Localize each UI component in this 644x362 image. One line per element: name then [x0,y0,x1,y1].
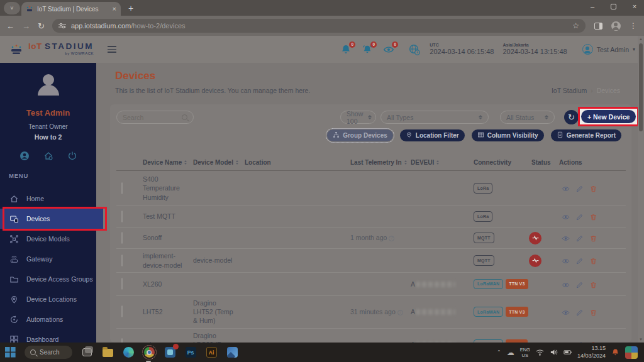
tray-clock[interactable]: 13.15 14/03/2024 [577,345,606,359]
profile-account-icon[interactable] [19,151,30,161]
edit-device-button[interactable] [575,280,584,288]
custom-app-icon[interactable] [625,346,638,359]
spinner-icon [540,115,548,120]
delete-device-button[interactable] [589,212,597,221]
side-panel-icon[interactable] [594,23,602,30]
row-checkbox[interactable] [121,305,123,317]
tray-expand-icon[interactable]: ⌃ [497,349,501,355]
device-name-cell: XL260 [138,277,188,291]
forward-icon[interactable]: → [22,21,30,31]
browser-profile-icon[interactable] [611,21,621,31]
delete-device-button[interactable] [589,280,597,288]
view-device-button[interactable] [562,280,570,288]
reload-icon[interactable]: ↻ [38,21,45,31]
tab-close-icon[interactable]: × [113,5,116,13]
sidebar-item-automations[interactable]: Automations [0,309,96,329]
alarm-bell-notification-icon[interactable]: 0 [362,44,373,55]
tenant-home-icon[interactable] [43,151,53,161]
window-minimize-icon[interactable]: – [588,3,597,10]
view-device-button[interactable] [562,184,570,192]
sidebar-item-devices[interactable]: Devices [0,209,103,229]
view-device-button[interactable] [562,308,570,316]
browser-tab[interactable]: IoT Stadium | Devices × [21,2,121,16]
taskbar-search[interactable]: Search [25,346,72,359]
wifi-icon[interactable] [536,348,544,356]
window-restore-icon[interactable] [611,4,616,9]
status-alert-icon[interactable] [529,255,541,267]
column-visibility-button[interactable]: Column Visibility [472,129,544,141]
delete-device-button[interactable] [589,256,597,265]
sidebar-item-device-access-groups[interactable]: Device Access Groups [0,269,96,289]
view-device-button[interactable] [562,234,570,242]
edge-icon[interactable] [122,346,135,359]
start-button-icon[interactable] [4,346,16,359]
location-filter-button[interactable]: Location Filter [400,129,465,141]
sidebar-toggle-icon[interactable] [108,46,116,53]
status-filter-select[interactable]: All Status [500,111,555,124]
user-menu[interactable]: Test Admin ▾ [582,44,635,55]
edit-device-button[interactable] [575,212,584,221]
delete-device-button[interactable] [589,234,597,242]
bookmark-star-icon[interactable]: ☆ [572,21,579,30]
chrome-icon[interactable] [143,346,155,359]
column-header-last-telemetry-in[interactable]: Last Telemetry In [345,159,406,166]
delete-device-button[interactable] [589,184,597,192]
edit-device-button[interactable] [575,308,584,316]
iot-stadium-logo[interactable]: IoT STADIUM by WOWRACK [9,42,94,57]
logout-power-icon[interactable] [67,151,77,161]
delete-device-button[interactable] [589,308,597,316]
scrollbar-thumb[interactable] [639,43,643,131]
refresh-button[interactable]: ↻ [564,110,579,124]
sidebar-item-home[interactable]: Home [0,189,96,209]
browser-menu-icon[interactable]: ⋮ [630,21,637,30]
view-device-button[interactable] [562,212,570,221]
onedrive-icon[interactable]: ☁ [507,348,514,357]
breadcrumb-root[interactable]: IoT Stadium [552,87,587,94]
edit-device-button[interactable] [575,234,584,242]
task-view-icon[interactable] [80,346,93,359]
address-bar[interactable]: app.iotstadium.com/how-to-2/devices ☆ [52,19,586,33]
status-alert-icon[interactable] [529,232,541,244]
search-input[interactable]: Search [116,111,194,124]
battery-icon[interactable] [564,348,572,356]
eye-notification-icon[interactable]: 0 [383,44,394,55]
scroll-up-icon[interactable]: ▲ [638,37,644,41]
group-devices-button[interactable]: Group Devices [327,129,393,141]
row-checkbox[interactable] [121,278,123,290]
edit-device-button[interactable] [575,184,584,192]
bell-notification-icon[interactable]: 0 [340,44,352,55]
show-count-select[interactable]: Show 100 [340,111,376,124]
row-checkbox[interactable] [121,182,123,194]
type-filter-select[interactable]: All Types [380,111,489,124]
badged-app-icon[interactable] [164,346,176,359]
file-explorer-icon[interactable] [101,346,114,359]
language-indicator[interactable]: ENGUS [520,347,530,358]
view-device-button[interactable] [562,256,570,265]
location-cell [240,282,345,287]
back-icon[interactable]: ← [6,21,14,31]
generate-report-button[interactable]: Generate Report [551,129,621,141]
edit-device-button[interactable] [575,256,584,265]
sidebar-item-device-locations[interactable]: Device Locations [0,289,96,309]
row-checkbox[interactable] [121,211,123,222]
table-row: S400 Temperature HumidityLoRa [116,171,626,206]
sidebar-item-gateway[interactable]: Gateway [0,249,96,269]
page-scrollbar[interactable]: ▲ ▼ [638,36,644,343]
sidebar-item-device-models[interactable]: Device Models [0,229,96,249]
photos-app-icon[interactable] [226,346,238,359]
clock-local: Asia/Jakarta 2024-03-14 13:15:48 [502,43,567,56]
illustrator-icon[interactable]: Ai [205,346,218,359]
scroll-down-icon[interactable]: ▼ [638,337,644,341]
row-checkbox[interactable] [121,255,123,266]
new-device-button[interactable]: + New Device [581,110,636,123]
photoshop-icon[interactable]: Ps [184,346,197,359]
column-header-deveui[interactable]: DEVEUI [406,159,469,166]
window-close-icon[interactable]: × [630,3,639,10]
column-header-device-model[interactable]: Device Model [188,159,240,166]
volume-icon[interactable] [550,348,558,356]
notification-bell-icon[interactable] [611,348,619,356]
row-checkbox[interactable] [121,232,123,244]
new-tab-button[interactable]: + [128,3,133,13]
tab-search-caret-icon[interactable]: ˅ [4,2,20,14]
column-header-device-name[interactable]: Device Name [138,159,188,166]
